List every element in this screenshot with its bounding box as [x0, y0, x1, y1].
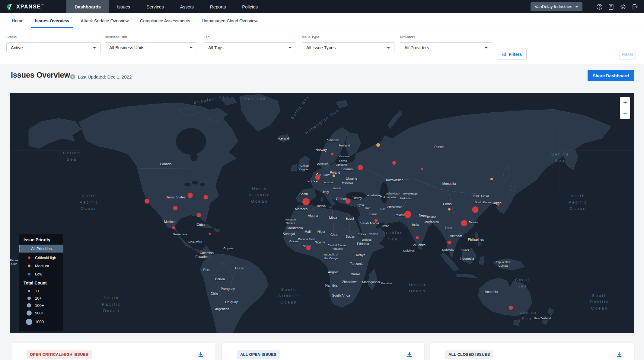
nav-item-dashboards[interactable]: Dashboards: [66, 0, 109, 13]
count-circle-icon: [25, 319, 33, 325]
map-issue-dot-critical[interactable]: [188, 193, 193, 198]
top-nav: XPANSE™ DashboardsIssuesServicesAssetsRe…: [0, 0, 644, 13]
map-issue-dot-critical[interactable]: [204, 195, 208, 200]
tab-attack-surface-overview[interactable]: Attack Surface Overview: [75, 13, 134, 28]
chevron-down-icon: [289, 47, 292, 49]
map-issue-dot-critical[interactable]: [358, 165, 363, 170]
legend-count-title: Total Count: [19, 281, 63, 285]
map-issue-dot-medium[interactable]: [376, 143, 380, 147]
legend-priority-title: Issue Priority: [19, 237, 63, 242]
tab-compliance-assessments[interactable]: Compliance Assessments: [134, 13, 196, 28]
nav-item-issues[interactable]: Issues: [109, 0, 138, 13]
filter-group-tag: TagAll Tags: [204, 35, 296, 53]
account-name: VanDelay Industries: [535, 4, 572, 9]
filter-label-tag: Tag: [204, 35, 296, 39]
map-issue-dot-critical[interactable]: [315, 175, 320, 180]
filter-bar: Filters Reset StatusActiveBusiness UnitA…: [0, 28, 644, 64]
world-map[interactable]: CanadaUnited StatesMexicoCubaGuatemalaCo…: [10, 93, 634, 333]
filters-button[interactable]: Filters: [497, 49, 527, 60]
status-select[interactable]: Active: [6, 42, 100, 53]
map-issue-dot-critical[interactable]: [509, 306, 513, 310]
tag-select[interactable]: All Tags: [204, 42, 296, 53]
tab-issues-overview[interactable]: Issues Overview: [29, 13, 75, 28]
map-issue-dot-medium[interactable]: [333, 175, 335, 177]
map-issue-dot-critical[interactable]: [404, 211, 411, 218]
filter-group-status: StatusActive: [6, 35, 100, 53]
map-issue-dot-critical[interactable]: [421, 168, 423, 170]
providers-select[interactable]: All Providers: [400, 42, 492, 53]
legend-count-label: 1+: [35, 289, 40, 293]
account-menu-button[interactable]: VanDelay Industries: [531, 2, 582, 11]
filters-button-label: Filters: [509, 52, 522, 57]
filter-label-business-unit: Business Unit: [105, 35, 197, 39]
map-issue-dot-critical[interactable]: [302, 198, 310, 205]
nav-item-reports[interactable]: Reports: [202, 0, 234, 13]
legend-all-priorities[interactable]: All Priorities: [19, 245, 63, 252]
business-unit-selected-value: All Business Units: [109, 45, 190, 50]
map-issue-dot-critical[interactable]: [306, 246, 311, 250]
map-issue-dot-critical[interactable]: [392, 161, 396, 165]
map-issue-dot-critical[interactable]: [145, 199, 149, 204]
map-issue-dot-critical[interactable]: [375, 219, 378, 222]
map-issue-dot-critical[interactable]: [448, 241, 451, 245]
map-issue-dot-medium[interactable]: [490, 178, 493, 180]
legend-count-100: 100+: [19, 302, 63, 309]
legend-priority-medium[interactable]: Medium: [19, 262, 63, 270]
download-icon[interactable]: [197, 351, 205, 358]
map-landmass: [10, 93, 634, 333]
map-issue-dot-critical[interactable]: [209, 233, 211, 235]
legend-priority-label: Low: [35, 272, 42, 276]
legend-priority-low[interactable]: Low: [19, 270, 63, 278]
filter-group-issue-type: Issue TypeAll Issue Types: [302, 35, 394, 53]
legend-count-label: 100+: [35, 303, 44, 308]
map-issue-dot-critical[interactable]: [416, 236, 419, 239]
brand-name: XPANSE™: [16, 4, 44, 10]
nav-right: VanDelay Industries: [531, 2, 638, 11]
nav-item-assets[interactable]: Assets: [172, 0, 202, 13]
map-issue-dot-critical[interactable]: [173, 206, 178, 211]
map-issue-dot-critical[interactable]: [461, 220, 467, 227]
release-notes-icon[interactable]: [608, 3, 614, 10]
chevron-down-icon: [485, 47, 488, 49]
tab-unmanaged-cloud-overview[interactable]: Unmanaged Cloud Overview: [196, 13, 263, 28]
map-issue-dot-critical[interactable]: [172, 226, 175, 229]
app-window: XPANSE™ DashboardsIssuesServicesAssetsRe…: [0, 0, 644, 360]
zoom-in-button[interactable]: +: [620, 97, 630, 108]
filter-label-status: Status: [6, 35, 100, 39]
map-issue-dot-critical[interactable]: [346, 199, 351, 204]
help-icon[interactable]: [596, 3, 603, 10]
legend-count-label: 10+: [35, 296, 42, 301]
map-issue-dot-medium[interactable]: [430, 220, 432, 222]
chevron-down-icon: [93, 47, 96, 49]
map-issue-dot-critical[interactable]: [197, 213, 201, 217]
zoom-out-button[interactable]: −: [620, 108, 630, 119]
issue-type-select[interactable]: All Issue Types: [302, 42, 394, 53]
settings-icon[interactable]: [620, 3, 626, 10]
tab-home[interactable]: Home: [6, 13, 29, 28]
share-dashboard-button[interactable]: Share Dashboard: [588, 70, 634, 81]
nav-item-services[interactable]: Services: [138, 0, 172, 13]
reset-button-label: Reset: [622, 52, 633, 57]
reset-button[interactable]: Reset: [619, 49, 636, 60]
subheader: HomeIssues OverviewAttack Surface Overvi…: [0, 13, 644, 64]
map-issue-dot-critical[interactable]: [472, 207, 479, 213]
critical-dot-icon: [25, 256, 33, 259]
legend-priority-list: Critical/HighMediumLow: [19, 254, 63, 278]
legend-count-list: 1+10+100+500+1000+: [19, 287, 63, 326]
card-title-badge: OPEN CRITICAL/HIGH ISSUES: [27, 350, 92, 359]
download-icon[interactable]: [615, 351, 623, 358]
sign-out-icon[interactable]: [631, 3, 638, 10]
download-icon[interactable]: [406, 351, 413, 358]
legend-priority-label: Critical/High: [35, 256, 56, 260]
providers-selected-value: All Providers: [404, 45, 485, 50]
map-issue-dot-critical[interactable]: [497, 203, 500, 206]
count-circle-icon: [25, 297, 33, 300]
map-issue-dot-critical[interactable]: [331, 153, 334, 156]
legend-count-500: 500+: [19, 309, 63, 317]
last-updated-text: Last Updated: Dec 1, 2022: [78, 74, 132, 79]
map-issue-dot-medium[interactable]: [448, 208, 451, 211]
legend-priority-critical-high[interactable]: Critical/High: [19, 254, 63, 262]
nav-item-policies[interactable]: Policies: [234, 0, 266, 13]
business-unit-select[interactable]: All Business Units: [105, 42, 197, 53]
count-circle-icon: [25, 310, 33, 316]
